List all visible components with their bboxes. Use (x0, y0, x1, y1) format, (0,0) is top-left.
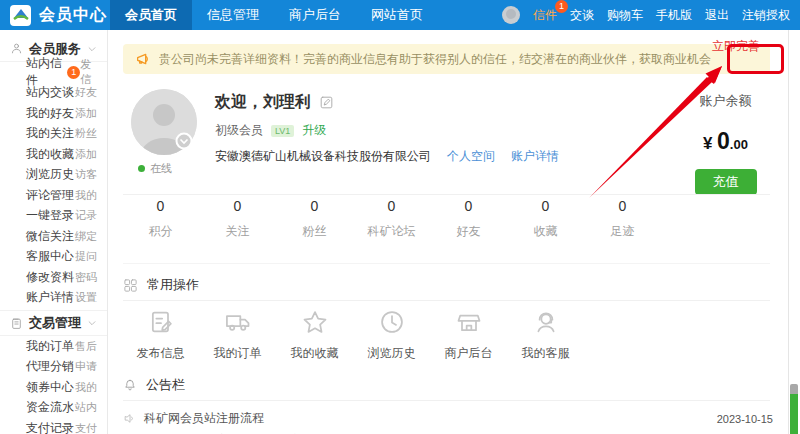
sidebar-item-coupons[interactable]: 领券中心 我的 (0, 377, 107, 398)
nav-cart-link[interactable]: 购物车 (607, 7, 643, 24)
person-icon (10, 42, 23, 55)
item-extra[interactable]: 添加 (75, 106, 97, 121)
sidebar-item-comments[interactable]: 评论管理 我的 (0, 185, 107, 206)
speaker-icon (123, 412, 136, 425)
avatar-badge (177, 134, 192, 149)
item-label: 我的订单 (26, 338, 74, 355)
op-browse-history[interactable]: 浏览历史 (353, 308, 430, 362)
announcement-item[interactable]: 科矿网会员站注册流程 2023-10-15 (123, 407, 773, 430)
scrollbar-thumb[interactable] (790, 394, 798, 434)
item-extra[interactable]: 申请 (75, 359, 97, 374)
item-label: 账户详情 (26, 289, 74, 306)
sidebar-item-wechat[interactable]: 微信关注 绑定 (0, 226, 107, 247)
document-edit-icon (147, 308, 175, 336)
item-extra[interactable]: 发信 (80, 57, 97, 87)
item-extra[interactable]: 密码 (75, 270, 97, 285)
nav-user-area: 信件 1 交谈 购物车 手机版 退出 注销授权 (502, 6, 800, 24)
item-extra[interactable]: 访客 (75, 167, 97, 182)
company-row: 安徽澳德矿山机械设备科技股份有限公司 个人空间 账户详情 (215, 148, 559, 165)
sidebar-item-orders[interactable]: 我的订单 售后 (0, 336, 107, 357)
sidebar-item-edit-profile[interactable]: 修改资料 密码 (0, 267, 107, 288)
op-merchant-backend[interactable]: 商户后台 (430, 308, 507, 362)
item-label: 我的好友 (26, 105, 74, 122)
op-my-orders[interactable]: 我的订单 (199, 308, 276, 362)
megaphone-icon (135, 51, 151, 67)
star-icon (301, 308, 329, 336)
member-center-page: 会员中心 会员首页 信息管理 商户后台 网站首页 信件 1 交谈 购物车 手机版… (0, 0, 800, 434)
item-label: 资金流水 (26, 399, 74, 416)
nav-tabs: 会员首页 信息管理 商户后台 网站首页 (110, 0, 438, 30)
content-right-border (788, 30, 789, 434)
edit-profile-icon[interactable] (319, 95, 334, 110)
sidebar-item-chat[interactable]: 站内交谈 好友 (0, 83, 107, 104)
announcement-item[interactable]: 科矿网会员站产品信息发布流程 (123, 429, 773, 434)
scrollbar-thumb-top[interactable] (790, 384, 798, 394)
user-avatar-large[interactable] (131, 89, 197, 155)
account-detail-link[interactable]: 账户详情 (511, 148, 559, 165)
personal-space-link[interactable]: 个人空间 (447, 148, 495, 165)
complete-now-link[interactable]: 立即完善 (712, 38, 760, 55)
sidebar-item-following[interactable]: 我的关注 粉丝 (0, 124, 107, 145)
user-avatar-small[interactable] (502, 6, 520, 24)
sidebar-item-messages[interactable]: 站内信件 1 发信 (0, 62, 107, 83)
sidebar-item-quick-login[interactable]: 一键登录 记录 (0, 206, 107, 227)
divider (123, 400, 770, 401)
sidebar-section-trade-manage[interactable]: 交易管理 (0, 310, 107, 336)
member-level-row: 初级会员 LV1 升级 (215, 122, 326, 139)
item-extra[interactable]: 站内 (75, 400, 97, 415)
nav-mail-link[interactable]: 信件 1 (533, 7, 557, 24)
sidebar: 会员服务 站内信件 1 发信 站内交谈 好友 我的好友 添加 我的关注 粉丝 我… (0, 30, 108, 434)
item-extra[interactable]: 支付 (75, 421, 97, 434)
stat-friends[interactable]: 0好友 (430, 198, 507, 240)
nav-mobile-link[interactable]: 手机版 (656, 7, 692, 24)
chevron-down-icon (87, 318, 97, 328)
stat-footprints[interactable]: 0足迹 (584, 198, 661, 240)
tab-member-home[interactable]: 会员首页 (110, 0, 192, 30)
sidebar-item-account-detail[interactable]: 账户详情 设置 (0, 288, 107, 309)
nav-chat-link[interactable]: 交谈 (570, 7, 594, 24)
level-tag: LV1 (271, 125, 294, 137)
item-label: 客服中心 (26, 248, 74, 265)
nav-logout-link[interactable]: 退出 (705, 7, 729, 24)
item-extra[interactable]: 好友 (75, 85, 97, 100)
item-label: 我的收藏 (26, 146, 74, 163)
tab-info-manage[interactable]: 信息管理 (192, 0, 274, 30)
upgrade-link[interactable]: 升级 (302, 122, 326, 139)
tab-site-home[interactable]: 网站首页 (356, 0, 438, 30)
item-extra[interactable]: 我的 (75, 188, 97, 203)
sidebar-item-distribution[interactable]: 代理分销 申请 (0, 357, 107, 378)
item-extra[interactable]: 提问 (75, 249, 97, 264)
stat-following[interactable]: 0关注 (199, 198, 276, 240)
item-extra[interactable]: 添加 (75, 147, 97, 162)
op-customer-service[interactable]: 我的客服 (507, 308, 584, 362)
sidebar-item-favorites[interactable]: 我的收藏 添加 (0, 144, 107, 165)
company-name: 安徽澳德矿山机械设备科技股份有限公司 (215, 148, 431, 165)
sidebar-item-payments[interactable]: 支付记录 支付 (0, 418, 107, 434)
stat-favorites[interactable]: 0收藏 (507, 198, 584, 240)
nav-mail-label: 信件 (533, 8, 557, 22)
stat-fans[interactable]: 0粉丝 (276, 198, 353, 240)
sidebar-item-friends[interactable]: 我的好友 添加 (0, 103, 107, 124)
item-extra[interactable]: 记录 (75, 208, 97, 223)
recharge-button[interactable]: 充值 (695, 169, 757, 195)
sidebar-item-history[interactable]: 浏览历史 访客 (0, 165, 107, 186)
currency-symbol: ¥ (703, 134, 712, 153)
headset-icon (532, 308, 560, 336)
nav-deauthorize-link[interactable]: 注销授权 (742, 7, 790, 24)
app-logo[interactable]: 会员中心 (0, 5, 110, 26)
op-publish-info[interactable]: 发布信息 (122, 308, 199, 362)
sidebar-item-funds-flow[interactable]: 资金流水 站内 (0, 398, 107, 419)
item-extra[interactable]: 设置 (75, 290, 97, 305)
item-extra[interactable]: 我的 (75, 380, 97, 395)
sidebar-item-support[interactable]: 客服中心 提问 (0, 247, 107, 268)
item-extra[interactable]: 绑定 (75, 229, 97, 244)
announcements-title: 公告栏 (146, 376, 185, 394)
stat-forum[interactable]: 0科矿论坛 (353, 198, 430, 240)
op-my-favorites[interactable]: 我的收藏 (276, 308, 353, 362)
amount-decimals: .00 (730, 137, 748, 152)
item-extra[interactable]: 售后 (75, 339, 97, 354)
tab-merchant-backend[interactable]: 商户后台 (274, 0, 356, 30)
stat-points[interactable]: 0积分 (122, 198, 199, 240)
quick-ops-row: 发布信息 我的订单 我的收藏 浏览历史 (122, 308, 584, 362)
item-extra[interactable]: 粉丝 (75, 126, 97, 141)
